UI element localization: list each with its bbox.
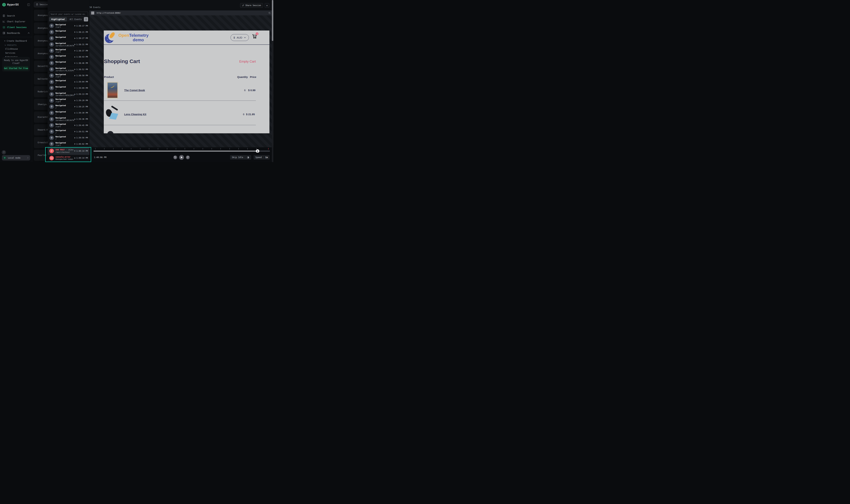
event-row[interactable]: console.error Unexpected token 'I'… 1:40… — [48, 155, 89, 161]
events-search-input[interactable] — [49, 12, 88, 16]
session-list-item[interactable]: Anonymous — [34, 10, 48, 21]
rewind-button[interactable] — [173, 156, 177, 159]
sidebar-item-search[interactable]: Search — [0, 13, 32, 19]
event-row[interactable]: Navigated /cart 1:40:02 PM — [48, 141, 89, 147]
timeline-tick — [167, 148, 167, 149]
tab-highlighted[interactable]: Highlighted — [49, 17, 67, 21]
local-mode-button[interactable]: U Local mode — [2, 155, 30, 161]
play-icon — [181, 156, 183, 158]
timeline-progress — [93, 150, 258, 151]
session-list-item[interactable]: Roderick_S — [34, 86, 48, 97]
event-row[interactable]: Navigated /cart 1:39:20 PM — [48, 97, 89, 104]
event-row[interactable]: Navigated /cart 1:38:17 PM — [48, 23, 89, 29]
event-row[interactable]: Navigated /cart 1:38:58 PM — [48, 73, 89, 79]
event-row[interactable]: Navigated / 1:39:25 PM — [48, 104, 89, 110]
collapse-panel-button[interactable] — [84, 17, 88, 21]
event-row[interactable]: Navigated / 1:38:46 PM — [48, 60, 89, 67]
timeline-tick — [131, 148, 131, 149]
event-row[interactable]: Navigated / 1:38:21 PM — [48, 29, 89, 35]
sidebar-item-dashboards[interactable]: Dashboards — [0, 30, 32, 36]
play-button[interactable] — [179, 155, 184, 160]
sidebar-item-chart-explorer[interactable]: Chart Explorer — [0, 19, 32, 24]
event-timestamp: 1:40:14 PM — [74, 157, 88, 159]
session-list-item[interactable]: Walton9@ho — [34, 73, 48, 85]
event-timestamp: 1:40:14 PM — [74, 150, 88, 152]
product-link-lens-kit[interactable]: Lens Cleaning Kit — [124, 113, 146, 116]
get-started-button[interactable]: Get Started for Free — [4, 66, 28, 70]
product-image-lens-kit[interactable] — [105, 107, 120, 121]
sidebar-collapse-icon[interactable] — [27, 3, 30, 6]
event-row[interactable]: Navigated / 1:38:43 PM — [48, 54, 89, 60]
product-link-comet-book[interactable]: The Comet Book — [124, 89, 145, 92]
event-row[interactable]: Navigated / 1:38:27 PM — [48, 35, 89, 41]
copy-icon[interactable] — [268, 12, 271, 14]
event-row[interactable]: Navigated / 1:39:09 PM — [48, 85, 89, 91]
event-row[interactable]: Navigated /product/6E92ZMYYFZ 1:39:13 PM — [48, 91, 89, 97]
forward-button[interactable] — [186, 156, 190, 159]
product-image-comet-book[interactable] — [107, 82, 118, 98]
share-session-button[interactable]: Share Session — [240, 3, 263, 8]
event-row[interactable]: Navigated / 1:39:30 PM — [48, 110, 89, 116]
session-list-item[interactable]: Deion37@gm — [34, 61, 48, 72]
event-timestamp: 1:39:51 PM — [74, 130, 88, 133]
cart-button[interactable]: 4 — [252, 34, 258, 39]
events-tabs: Highlighted All Events — [49, 17, 88, 21]
event-row[interactable]: Navigated / 1:39:51 PM — [48, 129, 89, 135]
create-dashboard-button[interactable]: + Create Dashboard — [0, 39, 32, 43]
tab-sessions[interactable]: Sessions — [34, 2, 48, 7]
timeline-playhead[interactable] — [256, 149, 259, 153]
sidebar-item-clickhouse[interactable]: Clickhouse — [0, 47, 32, 51]
product-qty: 6 — [243, 113, 244, 116]
session-list-item[interactable]: Anonymous — [34, 22, 48, 34]
presets-group-toggle[interactable]: PRESETS — [0, 43, 32, 47]
jump-to-event-icon — [74, 81, 75, 83]
event-row[interactable]: Navigated /cart 1:39:45 PM — [48, 122, 89, 129]
currency-select[interactable]: $ AUD — [230, 34, 249, 41]
event-row[interactable]: Navigated / 1:39:04 PM — [48, 79, 89, 85]
event-row[interactable]: Navigated /product/L9ECAV7KIM 1:39:36 PM — [48, 116, 89, 122]
session-list-item[interactable]: Kieran92@h — [34, 111, 48, 123]
chevron-up-icon[interactable] — [28, 32, 30, 34]
event-timestamp: 1:39:30 PM — [74, 112, 88, 114]
speed-value: 1x — [265, 156, 268, 159]
jump-to-event-icon — [74, 157, 75, 159]
timeline-track[interactable] — [93, 150, 270, 151]
event-row[interactable]: Navigated /product/OLJCESPC7Z 1:38:52 PM — [48, 67, 89, 73]
overlay-scrollbar[interactable] — [272, 0, 273, 162]
session-list-item[interactable]: Pearl43 — [34, 150, 48, 161]
sidebar-item-services[interactable]: Services — [0, 51, 32, 55]
session-list-item[interactable]: Howard.Run — [34, 124, 48, 136]
event-row[interactable]: Navigated /product/L9ECAV7KIM 1:38:31 PM — [48, 41, 89, 48]
session-list-item[interactable]: Shaniya.Sc — [34, 99, 48, 110]
event-list: Navigated /cart 1:38:17 PM Navigated / 1… — [48, 23, 89, 161]
skip-idle-toggle[interactable]: Skip Idle — [230, 155, 251, 160]
timeline-tick — [256, 148, 257, 149]
event-timestamp: 1:39:20 PM — [74, 99, 88, 102]
session-list-item[interactable]: Ernesto33@ — [34, 137, 48, 148]
speed-control[interactable]: Speed 1x — [254, 155, 270, 160]
jump-to-event-icon — [74, 31, 75, 33]
event-row[interactable]: 500 POST · 162ms /api/checkout 1:40:14 P… — [48, 147, 89, 155]
event-row[interactable]: Navigated /cart 1:38:37 PM — [48, 48, 89, 54]
map-pin-icon — [50, 81, 53, 83]
tab-all-events[interactable]: All Events — [67, 18, 84, 21]
collapse-vertical-icon — [85, 18, 87, 21]
event-timestamp: 1:38:17 PM — [74, 25, 88, 27]
sidebar-item-client-sessions[interactable]: Client Sessions — [0, 24, 32, 30]
jump-to-event-icon — [74, 137, 75, 139]
help-button[interactable]: ? — [2, 150, 6, 155]
fullscreen-button[interactable] — [91, 11, 94, 15]
event-row[interactable]: Navigated / 1:39:56 PM — [48, 135, 89, 141]
close-button[interactable]: ✕ — [265, 3, 269, 8]
scrollbar-thumb[interactable] — [272, 0, 273, 41]
timeline-tick — [203, 148, 203, 149]
empty-cart-link[interactable]: Empty Cart — [239, 59, 256, 64]
event-timestamp: 1:39:04 PM — [74, 81, 88, 83]
cloud-promo-text: Ready to use HyperDX Cloud? — [4, 59, 28, 65]
cloud-promo-card: Ready to use HyperDX Cloud? Get Started … — [2, 57, 30, 72]
session-list-item[interactable]: Anonymous — [34, 35, 48, 46]
jump-to-event-icon — [74, 125, 75, 126]
jump-to-event-icon — [74, 62, 75, 64]
session-list-item[interactable]: Anonymous — [34, 48, 48, 59]
jump-to-event-icon — [74, 94, 75, 95]
